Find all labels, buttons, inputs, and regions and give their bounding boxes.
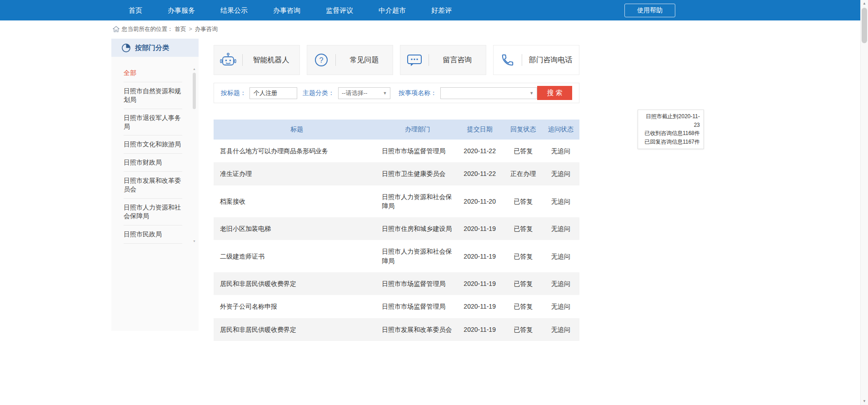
sidebar-header: 按部门分类 — [111, 39, 199, 57]
chevron-down-icon: ▼ — [383, 91, 387, 95]
row-reply-status: 已答复 — [504, 217, 542, 240]
card-phone-directory[interactable]: 部门咨询电话 — [493, 45, 579, 75]
card-message-consult[interactable]: 留言咨询 — [400, 45, 486, 75]
row-title[interactable]: 二级建造师证书 — [214, 240, 380, 272]
row-followup-status: 无追问 — [542, 240, 579, 272]
sidebar-item[interactable]: 日照市民政局 — [124, 225, 182, 244]
row-department: 日照市市场监督管理局 — [380, 272, 455, 295]
sidebar-item[interactable]: 日照市文化和旅游局 — [124, 135, 182, 154]
row-date: 2020-11-19 — [455, 240, 504, 272]
nav-item-services[interactable]: 办事服务 — [155, 0, 208, 20]
title-search-input[interactable] — [249, 87, 297, 99]
row-followup-status: 无追问 — [542, 272, 579, 295]
col-header-title: 标题 — [214, 120, 380, 140]
row-reply-status: 已答复 — [504, 185, 542, 218]
table-row[interactable]: 准生证办理 日照市卫生健康委员会 2020-11-22 正在办理 无追问 — [214, 162, 579, 185]
nav-item-consult[interactable]: 办事咨询 — [260, 0, 313, 20]
nav-item-supervision[interactable]: 监督评议 — [313, 0, 366, 20]
row-followup-status: 无追问 — [542, 318, 579, 341]
table-row[interactable]: 档案接收 日照市人力资源和社会保障局 2020-11-20 已答复 无追问 — [214, 185, 579, 218]
row-followup-status: 无追问 — [542, 162, 579, 185]
table-row[interactable]: 莒县什么地方可以办理商品条形码业务 日照市市场监督管理局 2020-11-22 … — [214, 140, 579, 162]
category-select[interactable]: --请选择-- ▼ — [338, 87, 390, 99]
card-label: 常见问题 — [336, 55, 393, 65]
row-department: 日照市人力资源和社会保障局 — [380, 240, 455, 272]
search-button[interactable]: 搜 索 — [537, 86, 572, 100]
col-header-date: 提交日期 — [455, 120, 504, 140]
sidebar-scroll-up-icon[interactable]: ▲ — [192, 67, 196, 71]
sidebar-item[interactable]: 日照市财政局 — [124, 154, 182, 172]
table-row[interactable]: 居民和非居民供暖收费界定 日照市市场监督管理局 2020-11-19 已答复 无… — [214, 272, 579, 295]
row-department: 日照市市场监督管理局 — [380, 295, 455, 318]
row-reply-status: 正在办理 — [504, 162, 542, 185]
sidebar-item[interactable]: 日照市互联网信息办 — [124, 244, 182, 245]
row-date: 2020-11-19 — [455, 217, 504, 240]
title-filter-label: 按标题： — [221, 89, 246, 97]
category-filter-label: 主题分类： — [303, 89, 334, 97]
row-title[interactable]: 莒县什么地方可以办理商品条形码业务 — [214, 140, 380, 162]
table-row[interactable]: 老旧小区加装电梯 日照市住房和城乡建设局 2020-11-19 已答复 无追问 — [214, 217, 579, 240]
row-reply-status: 已答复 — [504, 140, 542, 162]
row-date: 2020-11-19 — [455, 295, 504, 318]
row-date: 2020-11-20 — [455, 185, 504, 218]
department-list: 全部 日照市自然资源和规划局 日照市退役军人事务局 日照市文化和旅游局 日照市财… — [124, 64, 182, 245]
category-select-value: --请选择-- — [342, 89, 367, 97]
scroll-up-icon[interactable]: ▲ — [861, 0, 868, 7]
chevron-down-icon: ▼ — [529, 91, 534, 95]
sidebar-scroll-down-icon[interactable]: ▼ — [192, 239, 196, 243]
row-date: 2020-11-22 — [455, 140, 504, 162]
row-title[interactable]: 档案接收 — [214, 185, 380, 218]
row-title[interactable]: 老旧小区加装电梯 — [214, 217, 380, 240]
message-icon — [400, 53, 429, 67]
nav-item-home[interactable]: 首页 — [116, 0, 155, 20]
page-scrollbar-thumb[interactable] — [862, 8, 867, 43]
table-row[interactable]: 二级建造师证书 日照市人力资源和社会保障局 2020-11-19 已答复 无追问 — [214, 240, 579, 272]
card-label: 留言咨询 — [429, 55, 486, 65]
nav-item-results[interactable]: 结果公示 — [208, 0, 260, 20]
row-title[interactable]: 居民和非居民供暖收费界定 — [214, 318, 380, 341]
table-row[interactable]: 居民和非居民供暖收费界定 日照市发展和改革委员会 2020-11-19 已答复 … — [214, 318, 579, 341]
nav-item-rating[interactable]: 好差评 — [419, 0, 464, 20]
row-reply-status: 已答复 — [504, 295, 542, 318]
scroll-down-icon[interactable]: ▼ — [861, 398, 868, 405]
breadcrumb-home-link[interactable]: 首页 — [175, 25, 186, 33]
table-header-row: 标题 办理部门 提交日期 回复状态 追问状态 — [214, 120, 579, 140]
sidebar-item[interactable]: 日照市发展和改革委员会 — [124, 172, 182, 199]
breadcrumb-prefix: 您当前所在的位置： — [122, 25, 173, 33]
sidebar-item[interactable]: 日照市自然资源和规划局 — [124, 82, 182, 109]
row-department: 日照市人力资源和社会保障局 — [380, 185, 455, 218]
row-title[interactable]: 准生证办理 — [214, 162, 380, 185]
robot-icon — [214, 53, 242, 67]
row-title[interactable]: 居民和非居民供暖收费界定 — [214, 272, 380, 295]
stats-line-date: 日照市截止到2020-11-23 — [640, 112, 700, 129]
card-faq[interactable]: ? 常见问题 — [307, 45, 393, 75]
row-followup-status: 无追问 — [542, 185, 579, 218]
sidebar-scrollbar-thumb[interactable] — [193, 73, 196, 109]
row-department: 日照市卫生健康委员会 — [380, 162, 455, 185]
breadcrumb-current: 办事咨询 — [195, 25, 218, 33]
content-layout: 按部门分类 全部 日照市自然资源和规划局 日照市退役军人事务局 日照市文化和旅游… — [111, 39, 868, 341]
card-smart-robot[interactable]: 智能机器人 — [214, 45, 300, 75]
row-title[interactable]: 外资子公司名称申报 — [214, 295, 380, 318]
question-icon: ? — [307, 53, 335, 67]
sidebar-item[interactable]: 日照市人力资源和社会保障局 — [124, 199, 182, 225]
home-icon — [113, 26, 120, 32]
breadcrumb: 您当前所在的位置： 首页 > 办事咨询 — [113, 20, 868, 38]
help-button[interactable]: 使用帮助 — [624, 4, 675, 17]
breadcrumb-separator: > — [189, 26, 192, 32]
nav-item-agency-market[interactable]: 中介超市 — [366, 0, 419, 20]
sidebar-item-all[interactable]: 全部 — [124, 64, 182, 82]
sidebar-item[interactable]: 日照市退役军人事务局 — [124, 109, 182, 136]
table-row[interactable]: 外资子公司名称申报 日照市市场监督管理局 2020-11-19 已答复 无追问 — [214, 295, 579, 318]
item-name-select[interactable]: ▼ — [440, 87, 537, 99]
search-bar: 按标题： 主题分类： --请选择-- ▼ 按事项名称： ▼ 搜 索 — [214, 83, 579, 103]
page-scrollbar[interactable]: ▲ ▼ — [860, 0, 868, 405]
quick-link-cards: 智能机器人 ? 常见问题 — [214, 45, 579, 75]
row-reply-status: 已答复 — [504, 318, 542, 341]
sidebar-scrollbar[interactable]: ▲ ▼ — [192, 67, 196, 243]
card-label: 智能机器人 — [243, 55, 299, 65]
department-sidebar: 按部门分类 全部 日照市自然资源和规划局 日照市退役军人事务局 日照市文化和旅游… — [111, 39, 199, 331]
row-date: 2020-11-19 — [455, 272, 504, 295]
row-reply-status: 已答复 — [504, 272, 542, 295]
row-followup-status: 无追问 — [542, 217, 579, 240]
